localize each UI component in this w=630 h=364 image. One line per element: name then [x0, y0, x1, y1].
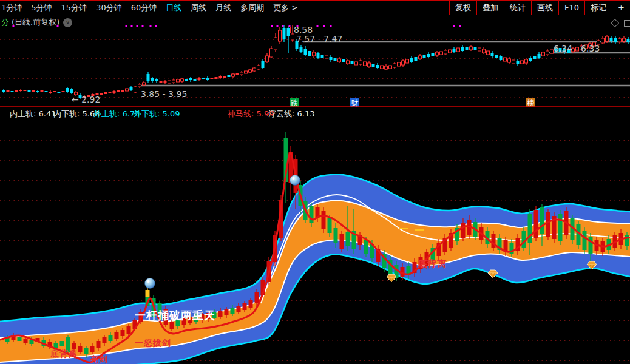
stock-chart-window: 8.587.57 - 7.476.34 - 6.333.85 - 3.95← 2… [0, 0, 630, 364]
price-label: 6.34 - 6.33 [554, 44, 600, 53]
period-tab[interactable]: 15分钟 [61, 2, 87, 13]
price-label: 3.85 - 3.95 [141, 89, 187, 99]
indicator-value: 浮云线: 6.13 [268, 109, 314, 120]
toolbar-button[interactable]: 标记 [584, 1, 612, 15]
chevron-down-icon[interactable]: ∨ [63, 18, 72, 27]
toolbar-button[interactable]: 统计 [504, 1, 531, 15]
svg-text:跌: 跌 [291, 99, 298, 107]
indicator-value: 外下轨: 5.09 [134, 109, 180, 120]
ball-marker [290, 175, 300, 186]
chart-annotation: 一怒拔剑 [135, 338, 171, 348]
chart-annotation: 一杆捅破两重天 [135, 309, 215, 322]
toolbar-button[interactable]: F10 [558, 1, 584, 15]
gem-marker [387, 274, 396, 282]
chart-canvas[interactable]: 8.587.57 - 7.476.34 - 6.333.85 - 3.95← 2… [0, 0, 630, 364]
main-chart[interactable]: 一杆捅破两重天一怒拔剑底背离亮剑底背离 [0, 132, 630, 364]
toolbar-button[interactable]: 画线 [531, 1, 558, 15]
chart-annotation: 亮剑 [90, 354, 108, 364]
price-label: ← 2.92 [72, 95, 100, 104]
stock-name-fragment: 分 [1, 17, 9, 28]
period-tab[interactable]: 周线 [191, 2, 206, 13]
period-tab[interactable]: 1分钟 [1, 2, 22, 13]
tag-badge[interactable]: 榜 [526, 98, 535, 107]
chart-mode-label: (日线,前复权) [12, 17, 59, 28]
toolbar-actions: 复权叠加统计画线F10标记+ [449, 1, 630, 15]
diamond-icon[interactable] [611, 19, 619, 27]
period-tab[interactable]: 多周期 [240, 2, 264, 13]
square-icon[interactable] [624, 20, 630, 27]
toolbar-button[interactable]: 叠加 [476, 1, 504, 15]
indicator-values-row: 内上轨: 6.41内下轨: 5.68外上轨: 6.75外下轨: 5.09神马线:… [0, 109, 630, 118]
ball-marker [145, 278, 155, 289]
chart-annotation: 底背离 [50, 349, 78, 359]
indicator-value: 内上轨: 6.41 [10, 109, 56, 120]
price-label: 7.57 - 7.47 [296, 34, 342, 44]
chart-annotation: 底背离 [417, 258, 447, 269]
title-bar: 分 (日线,前复权) ∨ [1, 17, 629, 28]
svg-text:财: 财 [351, 99, 359, 107]
period-tab[interactable]: 30分钟 [96, 2, 122, 13]
indicator-value: 神马线: 5.99 [228, 109, 274, 120]
gem-marker [488, 270, 498, 278]
period-tabs: 1分钟5分钟15分钟30分钟60分钟日线周线月线多周期更多 > [1, 1, 298, 15]
period-tab[interactable]: 更多 > [273, 2, 298, 13]
toolbar-button[interactable]: 复权 [449, 1, 476, 15]
mini-chart[interactable]: 8.587.57 - 7.476.34 - 6.333.85 - 3.95← 2… [0, 25, 630, 107]
period-tab[interactable]: 月线 [215, 2, 231, 13]
indicator-value: 外上轨: 6.75 [93, 109, 140, 120]
toolbar: 1分钟5分钟15分钟30分钟60分钟日线周线月线多周期更多 > 复权叠加统计画线… [0, 0, 630, 15]
period-tab[interactable]: 60分钟 [131, 2, 157, 13]
period-tab[interactable]: 日线 [166, 2, 181, 13]
tag-badge[interactable]: 财 [350, 98, 359, 107]
svg-text:榜: 榜 [527, 99, 535, 107]
period-tab[interactable]: 5分钟 [31, 2, 52, 13]
tag-badge[interactable]: 跌 [290, 98, 299, 107]
indicator-value: 内下轨: 5.68 [53, 109, 100, 120]
toolbar-button[interactable]: + [612, 1, 630, 15]
